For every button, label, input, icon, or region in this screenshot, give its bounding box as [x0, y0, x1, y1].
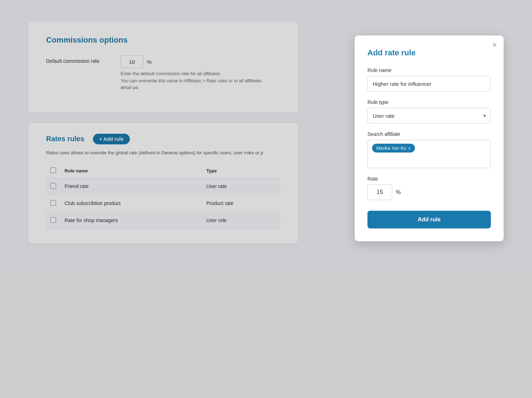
rule-type-label: Rule type [367, 99, 491, 105]
add-rate-rule-modal: × Add rate rule Rule name Rule type User… [355, 35, 504, 241]
rule-name-field: Rule name [367, 67, 491, 92]
rate-percent-label: % [396, 189, 401, 195]
rate-field: Rate % [367, 176, 491, 200]
affiliate-tag: Marika Yan Ku x [372, 144, 415, 153]
rule-type-select[interactable]: User rate Product rate User role [367, 108, 491, 123]
rule-name-label: Rule name [367, 67, 491, 73]
rule-type-select-wrapper: User rate Product rate User role ▾ [367, 108, 491, 123]
affiliate-search-box[interactable]: Marika Yan Ku x [367, 140, 491, 168]
rule-name-input[interactable] [367, 76, 491, 92]
rule-type-field: Rule type User rate Product rate User ro… [367, 99, 491, 123]
affiliate-tag-name: Marika Yan Ku [376, 145, 406, 151]
rate-input[interactable] [367, 184, 392, 200]
search-affiliate-field: Search affiliate Marika Yan Ku x [367, 131, 491, 168]
modal-title: Add rate rule [367, 48, 491, 57]
affiliate-tag-remove[interactable]: x [408, 145, 411, 151]
modal-close-button[interactable]: × [492, 41, 497, 48]
page-wrapper: Commissions options Default commission r… [0, 0, 532, 398]
modal-submit-button[interactable]: Add rule [367, 211, 491, 228]
search-affiliate-label: Search affiliate [367, 131, 491, 137]
rate-input-group: % [367, 184, 491, 200]
rate-label: Rate [367, 176, 491, 182]
